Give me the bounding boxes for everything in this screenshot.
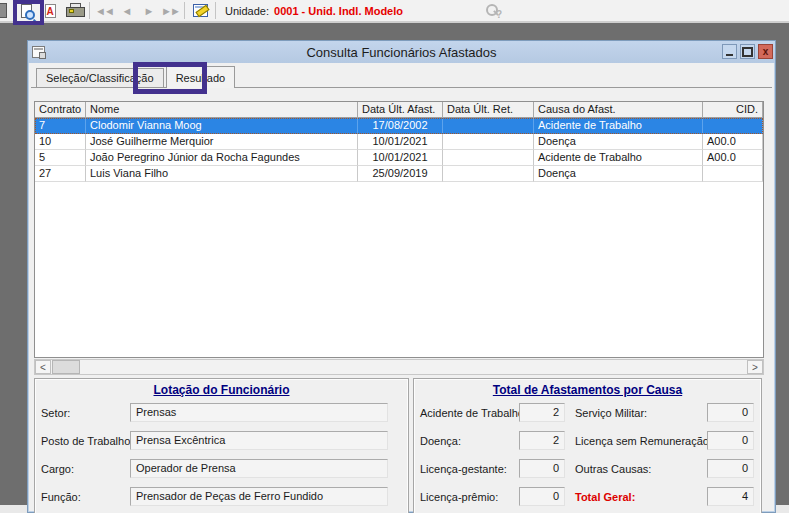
scroll-left-button[interactable]: < <box>35 360 51 374</box>
column-header[interactable]: Causa do Afast. <box>534 102 703 118</box>
table-cell: A00.0 <box>703 134 763 150</box>
table-cell: 7 <box>35 118 86 134</box>
nav-prev-icon: ◄ <box>115 5 137 17</box>
column-header[interactable]: CID. <box>703 102 763 118</box>
search-help-icon <box>484 3 504 20</box>
field-value-box: 0 <box>707 459 754 478</box>
scroll-right-button[interactable]: > <box>747 360 763 374</box>
field-label: Cargo: <box>41 463 74 475</box>
lotacao-title: Lotação do Funcionário <box>35 383 408 397</box>
toolbar-separator <box>89 2 90 19</box>
close-button[interactable]: x <box>758 44 773 59</box>
lotacao-fields: Setor:PrensasPosto de Trabalho:Prensa Ex… <box>35 401 408 513</box>
field-label: Posto de Trabalho: <box>41 435 133 447</box>
main-toolbar: ◄◄ ◄ ► ►► Unidade: 0001 - Unid. Indl. Mo… <box>0 0 789 23</box>
pdf-export-button[interactable] <box>38 0 62 21</box>
field-value-box: 0 <box>707 403 754 422</box>
lotacao-field-row: Cargo:Operador de Prensa <box>35 457 408 485</box>
table-row[interactable]: 10José Guilherme Merquior10/01/2021Doenç… <box>35 134 763 150</box>
field-value-box: Prensador de Peças de Ferro Fundido <box>130 487 388 506</box>
field-label: Doença: <box>420 435 461 447</box>
totais-title: Total de Afastamentos por Causa <box>414 383 761 397</box>
column-header[interactable]: Data Últ. Ret. <box>443 102 534 118</box>
table-cell: 25/09/2019 <box>358 166 443 182</box>
field-value-box: 0 <box>519 459 565 478</box>
field-value-box: Prensa Excêntrica <box>130 431 388 450</box>
print-preview-button[interactable] <box>14 0 38 21</box>
table-cell: 27 <box>35 166 86 182</box>
toolbar-separator <box>215 2 216 19</box>
table-cell: A00.0 <box>703 150 763 166</box>
unidade-label: Unidade: <box>225 5 269 17</box>
column-header[interactable]: Data Últ. Afast. <box>358 102 443 118</box>
field-label: Licença-prêmio: <box>420 491 498 503</box>
totais-row: Licença-prêmio:0Total Geral:4 <box>414 485 761 513</box>
grid-horizontal-scrollbar[interactable]: < > <box>34 359 764 375</box>
table-cell <box>703 118 763 134</box>
desktop: ◄◄ ◄ ► ►► Unidade: 0001 - Unid. Indl. Mo… <box>0 0 789 513</box>
printer-icon <box>66 3 83 18</box>
totais-row: Licença-gestante:0Outras Causas:0 <box>414 457 761 485</box>
table-cell: Acidente de Trabalho <box>534 118 703 134</box>
totais-rows: Acidente de Trabalho:2Serviço Militar:0D… <box>414 401 761 513</box>
field-label: Outras Causas: <box>575 463 651 475</box>
nav-next-icon: ► <box>137 5 159 17</box>
table-cell <box>443 118 534 134</box>
field-value-box: Prensas <box>130 403 388 422</box>
lotacao-field-row: Setor:Prensas <box>35 401 408 429</box>
table-cell <box>443 150 534 166</box>
field-label: Setor: <box>41 407 70 419</box>
print-button[interactable] <box>62 0 86 21</box>
table-cell: João Peregrino Júnior da Rocha Fagundes <box>86 150 358 166</box>
table-cell: Doença <box>534 166 703 182</box>
column-header[interactable]: Nome <box>86 102 358 118</box>
field-label: Licença-gestante: <box>420 463 507 475</box>
table-cell: 17/08/2002 <box>358 118 443 134</box>
field-value-box: 2 <box>519 431 565 450</box>
nav-last-icon: ►► <box>159 5 181 17</box>
field-value-box: Operador de Prensa <box>130 459 388 478</box>
table-cell: 10/01/2021 <box>358 134 443 150</box>
tab-bar: Seleção/Classificação Resultado <box>31 66 772 88</box>
toolbar-separator <box>184 2 185 19</box>
field-label: Acidente de Trabalho: <box>420 407 527 419</box>
tab-selecao-classificacao[interactable]: Seleção/Classificação <box>36 68 164 87</box>
field-value-box: 4 <box>707 487 754 506</box>
unidade-field: Unidade: 0001 - Unid. Indl. Modelo <box>225 5 403 17</box>
table-cell: 10 <box>35 134 86 150</box>
table-row[interactable]: 27Luis Viana Filho25/09/2019Doença <box>35 166 763 182</box>
table-cell: 5 <box>35 150 86 166</box>
column-header[interactable]: Contrato <box>35 102 86 118</box>
consulta-funcionarios-afastados-window: Consulta Funcionários Afastados x Seleçã… <box>27 40 776 513</box>
print-preview-icon <box>21 4 32 18</box>
lotacao-field-row: Função:Prensador de Peças de Ferro Fundi… <box>35 485 408 513</box>
table-cell <box>703 166 763 182</box>
scrollbar-track[interactable] <box>80 360 747 374</box>
field-label: Serviço Militar: <box>575 407 647 419</box>
field-value-box: 0 <box>707 431 754 450</box>
edit-form-button[interactable] <box>188 0 212 21</box>
table-row[interactable]: 5João Peregrino Júnior da Rocha Fagundes… <box>35 150 763 166</box>
table-cell: José Guilherme Merquior <box>86 134 358 150</box>
totais-row: Acidente de Trabalho:2Serviço Militar:0 <box>414 401 761 429</box>
table-row[interactable]: 7Clodomir Vianna Moog17/08/2002Acidente … <box>35 118 763 134</box>
unidade-value: 0001 - Unid. Indl. Modelo <box>274 5 403 17</box>
table-cell <box>443 166 534 182</box>
minimize-button[interactable] <box>722 44 737 59</box>
tab-resultado[interactable]: Resultado <box>166 66 236 88</box>
totais-row: Doença:2Licença sem Remuneração:0 <box>414 429 761 457</box>
window-titlebar[interactable]: Consulta Funcionários Afastados x <box>28 41 775 63</box>
pdf-icon <box>45 4 56 18</box>
lotacao-field-row: Posto de Trabalho:Prensa Excêntrica <box>35 429 408 457</box>
window-title: Consulta Funcionários Afastados <box>28 45 775 60</box>
edit-form-icon <box>193 4 208 17</box>
maximize-button[interactable] <box>740 44 755 59</box>
grid-body: 7Clodomir Vianna Moog17/08/2002Acidente … <box>35 118 763 182</box>
field-label: Licença sem Remuneração: <box>575 435 712 447</box>
table-cell: 10/01/2021 <box>358 150 443 166</box>
table-cell: Luis Viana Filho <box>86 166 358 182</box>
scrollbar-thumb[interactable] <box>52 360 80 374</box>
field-value-box: 0 <box>519 487 565 506</box>
table-cell: Clodomir Vianna Moog <box>86 118 358 134</box>
totais-panel: Total de Afastamentos por Causa Acidente… <box>413 378 762 513</box>
